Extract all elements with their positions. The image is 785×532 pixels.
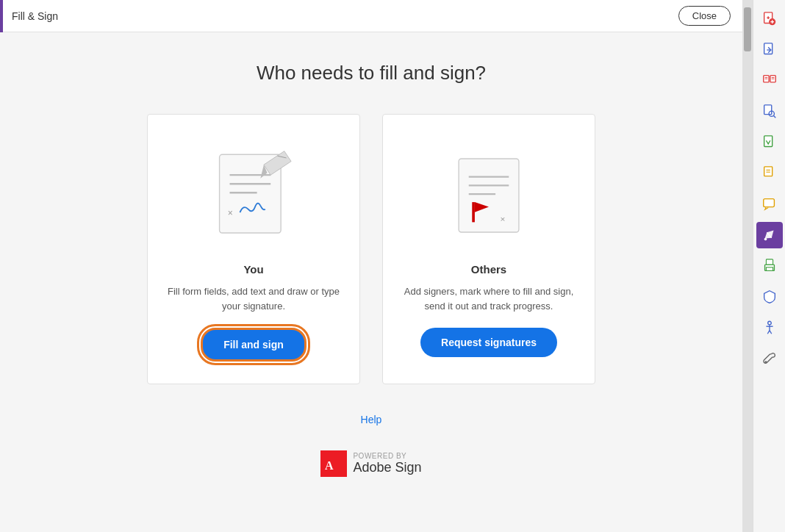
svg-point-42	[764, 361, 767, 363]
organize-pages-icon[interactable]	[756, 68, 783, 94]
tools-icon[interactable]	[756, 345, 783, 372]
svg-text:A: A	[325, 459, 334, 472]
svg-rect-10	[472, 202, 475, 222]
adobe-sign-brand: Adobe Sign	[353, 460, 421, 475]
svg-text:×: ×	[500, 214, 505, 224]
svg-rect-29	[764, 105, 771, 115]
request-signatures-button[interactable]: Request signatures	[420, 328, 557, 357]
others-card: × Others Add signers, mark where to fill…	[382, 114, 595, 384]
fill-sign-active-icon[interactable]	[756, 222, 783, 248]
adobe-logo: A	[320, 450, 347, 477]
file-add-icon[interactable]	[756, 6, 783, 32]
file-search-icon[interactable]	[756, 98, 783, 125]
others-card-title: Others	[471, 263, 506, 276]
topbar-title: Fill & Sign	[12, 10, 58, 22]
close-button[interactable]: Close	[678, 6, 731, 26]
adobe-sign-footer: A POWERED BY Adobe Sign	[320, 450, 421, 477]
scrollbar-thumb[interactable]	[744, 7, 751, 51]
svg-rect-36	[763, 199, 774, 207]
file-export-icon[interactable]	[756, 37, 783, 63]
svg-rect-40	[766, 267, 773, 271]
svg-rect-6	[459, 159, 519, 232]
svg-rect-39	[766, 259, 773, 265]
svg-line-31	[773, 116, 775, 118]
print-icon[interactable]	[756, 253, 783, 279]
cards-container: × You Fill form fields, add text and dra…	[147, 114, 595, 384]
scrollbar-track[interactable]	[742, 0, 753, 532]
svg-rect-32	[764, 136, 772, 147]
others-illustration: ×	[430, 137, 548, 254]
you-card-desc: Fill form fields, add text and draw or t…	[165, 284, 342, 313]
right-toolbar	[753, 0, 785, 532]
you-illustration: ×	[195, 137, 312, 254]
svg-point-41	[767, 321, 771, 325]
shield-icon[interactable]	[756, 284, 783, 310]
accessibility-icon[interactable]	[756, 314, 783, 341]
svg-text:×: ×	[228, 208, 233, 218]
file-comment-icon[interactable]	[756, 160, 783, 187]
fill-and-sign-button[interactable]: Fill and sign	[201, 328, 307, 362]
you-card-title: You	[243, 263, 263, 276]
svg-rect-33	[764, 167, 772, 176]
svg-point-37	[764, 238, 767, 241]
powered-by-text: POWERED BY	[353, 452, 421, 460]
you-card: × You Fill form fields, add text and dra…	[147, 114, 360, 384]
page-heading: Who needs to fill and sign?	[257, 62, 486, 85]
export-pdf-icon[interactable]	[756, 129, 783, 156]
others-card-desc: Add signers, mark where to fill and sign…	[401, 284, 577, 313]
help-link[interactable]: Help	[361, 414, 382, 425]
comment-icon[interactable]	[756, 191, 783, 218]
